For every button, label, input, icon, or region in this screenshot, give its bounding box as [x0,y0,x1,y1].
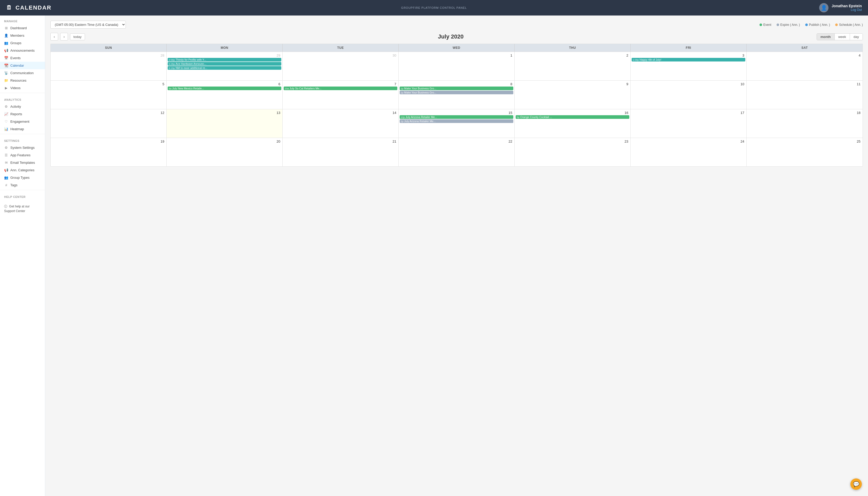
sidebar-item-groups[interactable]: 👥Groups [0,39,45,47]
event-business-gro-2[interactable]: 2pMake Your Business Gro... [400,91,513,94]
sidebar-item-calendar[interactable]: 📆Calendar [0,62,45,69]
day-jul24[interactable]: 24 [631,138,747,166]
sidebar: MANAGE ⊞Dashboard 👤Members 👥Groups 📢Anno… [0,16,45,496]
tags-icon: # [4,183,8,187]
day-jun28[interactable]: 28 [51,52,167,80]
day-jul23[interactable]: 23 [515,138,631,166]
calendar-title: July 2020 [438,33,463,40]
next-button[interactable]: › [60,33,68,41]
reports-icon: 📈 [4,112,8,116]
calendar-nav: ‹ › today July 2020 month week day [50,33,863,41]
calendar-nav-left: ‹ › today [50,33,85,41]
sidebar-item-activity[interactable]: ⚙Activity [0,103,45,110]
day-jul15[interactable]: 15 12pJuly Arizona Retailer Me... 2pJuly… [399,109,515,138]
day-view-button[interactable]: day [850,34,863,40]
main-layout: MANAGE ⊞Dashboard 👤Members 👥Groups 📢Anno… [0,16,868,496]
manage-section-label: MANAGE [0,16,45,24]
sidebar-item-engagement[interactable]: ♡Engagement [0,118,45,125]
sidebar-item-app-features[interactable]: ☰App Features [0,151,45,159]
day-jul17[interactable]: 17 [631,109,747,138]
sidebar-item-dashboard[interactable]: ⊞Dashboard [0,24,45,32]
day-jul19[interactable]: 19 [51,138,167,166]
day-jul3[interactable]: 3 1:09pHappy 4th of July! [631,52,747,80]
calendar-toolbar: (GMT-05:00) Eastern Time (US & Canada) E… [50,21,863,29]
header: 🗓 CALENDAR GROUPFIRE PLATFORM CONTROL PA… [0,0,868,16]
sidebar-item-events[interactable]: 📅Events [0,54,45,62]
sidebar-item-ann-categories[interactable]: 📢Ann. Categories [0,166,45,174]
sidebar-item-communication[interactable]: 📡Communication [0,69,45,77]
sidebar-item-email-templates[interactable]: ✉Email Templates [0,159,45,166]
sidebar-item-videos[interactable]: ▶Videos [0,84,45,92]
month-view-button[interactable]: month [817,34,835,40]
event-thirsty[interactable]: 2:58pThirsty for Profits with Y... [168,58,281,61]
col-sun: SUN [51,44,167,52]
col-thu: THU [515,44,631,52]
event-business-gro-1[interactable]: 1pMake Your Business Gro... [400,87,513,90]
day-jul13-today[interactable]: 13 [167,109,283,138]
help-section-label: HELP CENTER [0,191,45,200]
col-wed: WED [399,44,515,52]
sidebar-item-system-settings[interactable]: ⚙System Settings [0,144,45,151]
day-jul9[interactable]: 9 [515,81,631,109]
day-jul4[interactable]: 4 [747,52,863,80]
day-jul5[interactable]: 5 [51,81,167,109]
settings-section-label: SETTINGS [0,135,45,144]
day-jul8[interactable]: 8 1pMake Your Business Gro... 2pMake You… [399,81,515,109]
day-jul10[interactable]: 10 [631,81,747,109]
week-3: 12 13 14 15 12pJuly Arizona Retailer Me.… [51,109,863,138]
week-2: 5 6 9aJuly New Mexico Retaile... 7 10aJu… [51,80,863,109]
event-nm-ease[interactable]: 6:19pNM to ease additional re... [168,66,281,70]
sidebar-item-members[interactable]: 👤Members [0,32,45,39]
event-ace-hardware[interactable]: 5:28pAce Hardware Announc... [168,62,281,66]
event-socal-retailers[interactable]: 10aJuly So Cal Retailers Me... [284,87,397,90]
day-jul16[interactable]: 16 5pOrange County Cocktail ... [515,109,631,138]
day-jul21[interactable]: 21 [283,138,399,166]
sidebar-item-heatmap[interactable]: 📊Heatmap [0,125,45,133]
expire-dot [777,24,779,26]
activity-icon: ⚙ [4,105,8,108]
day-jul20[interactable]: 20 [167,138,283,166]
calendar-legend: Event Expire ( Ann. ) Publish ( Ann. ) S… [760,23,863,27]
today-button[interactable]: today [70,33,85,40]
event-nm-retailers[interactable]: 9aJuly New Mexico Retaile... [168,87,281,90]
day-jul22[interactable]: 22 [399,138,515,166]
legend-event: Event [760,23,771,27]
day-jul12[interactable]: 12 [51,109,167,138]
event-oc-cocktail[interactable]: 5pOrange County Cocktail ... [516,115,629,119]
event-az-retailers-2[interactable]: 2pJuly Arizona Retailer Me... [400,119,513,123]
day-jul7[interactable]: 7 10aJuly So Cal Retailers Me... [283,81,399,109]
legend-publish: Publish ( Ann. ) [805,23,830,27]
day-jul6[interactable]: 6 9aJuly New Mexico Retaile... [167,81,283,109]
publish-dot [805,24,808,26]
day-jul25[interactable]: 25 [747,138,863,166]
timezone-select[interactable]: (GMT-05:00) Eastern Time (US & Canada) [50,21,126,29]
day-jul18[interactable]: 18 [747,109,863,138]
events-icon: 📅 [4,56,8,60]
day-jul11[interactable]: 11 [747,81,863,109]
user-name: Jonathan Epstein [832,4,862,8]
help-center-text[interactable]: ⓘ Get help at our Support Center [0,200,45,218]
event-4th-july[interactable]: 1:09pHappy 4th of July! [632,58,745,61]
week-1: 28 29 2:58pThirsty for Profits with Y...… [51,52,863,80]
sidebar-item-group-types[interactable]: 👥Group Types [0,174,45,181]
day-jul14[interactable]: 14 [283,109,399,138]
sidebar-item-announcements[interactable]: 📢Announcements [0,47,45,54]
logout-link[interactable]: Log Out [832,8,862,12]
day-jul2[interactable]: 2 [515,52,631,80]
day-jul1[interactable]: 1 [399,52,515,80]
week-view-button[interactable]: week [835,34,850,40]
home-icon: ⊞ [4,26,8,30]
sidebar-item-resources[interactable]: 📁Resources [0,77,45,84]
day-jun30[interactable]: 30 [283,52,399,80]
avatar: 👤 [819,3,828,12]
legend-schedule: Schedule ( Ann. ) [835,23,863,27]
chat-bubble[interactable]: 💬 [850,478,862,490]
event-az-retailers-1[interactable]: 12pJuly Arizona Retailer Me... [400,115,513,119]
view-buttons: month week day [817,33,863,40]
sidebar-item-tags[interactable]: #Tags [0,181,45,189]
prev-button[interactable]: ‹ [50,33,58,41]
sidebar-item-reports[interactable]: 📈Reports [0,110,45,118]
user-info: Jonathan Epstein Log Out [832,4,862,12]
user-icon: 👤 [4,34,8,37]
day-jun29[interactable]: 29 2:58pThirsty for Profits with Y... 5:… [167,52,283,80]
